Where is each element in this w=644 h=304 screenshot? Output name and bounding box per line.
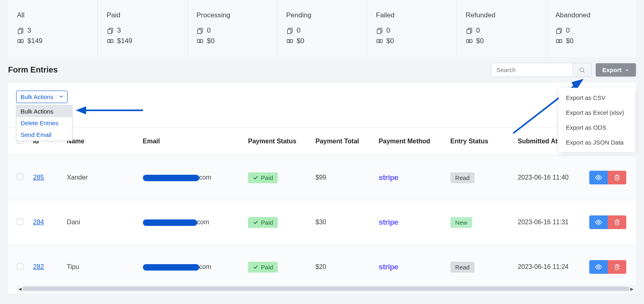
svg-line-29: [583, 71, 584, 72]
cash-icon: [17, 37, 24, 45]
entry-id-link[interactable]: 282: [33, 263, 44, 270]
entry-id-link[interactable]: 285: [33, 174, 44, 181]
entry-email: com: [139, 200, 244, 245]
delete-button[interactable]: [608, 171, 626, 184]
row-checkbox[interactable]: [17, 218, 23, 225]
copy-icon: [555, 27, 563, 34]
svg-point-32: [598, 266, 600, 268]
status-card-title: Processing: [196, 11, 268, 19]
entries-table-wrap[interactable]: Id Name Email Payment Status Payment Tot…: [8, 127, 636, 289]
status-card-title: Paid: [107, 11, 178, 19]
entry-status-badge: Read: [450, 262, 475, 273]
row-checkbox[interactable]: [17, 263, 23, 269]
status-card-pending[interactable]: Pending 0 $0: [277, 0, 367, 57]
status-card-amount-line: $149: [17, 37, 89, 45]
page-title: Form Entries: [8, 65, 58, 74]
copy-icon: [376, 27, 383, 34]
view-button[interactable]: [589, 260, 608, 274]
svg-point-19: [379, 40, 380, 42]
bulk-option-delete-entries[interactable]: Delete Entries: [17, 117, 72, 129]
cash-icon: [196, 37, 204, 45]
status-card-paid[interactable]: Paid 3 $149: [98, 0, 188, 57]
payment-total: $30: [312, 200, 375, 245]
svg-point-11: [199, 40, 201, 42]
export-button-label: Export: [602, 66, 621, 73]
row-checkbox[interactable]: [17, 174, 23, 180]
status-card-amount: $149: [27, 37, 43, 45]
search-icon: [579, 67, 585, 73]
submitted-at: 2023-06-16 11:24: [514, 245, 585, 290]
row-actions: [589, 171, 632, 184]
redacted-email: [143, 219, 197, 226]
view-button[interactable]: [589, 171, 608, 184]
export-option-excel[interactable]: Export as Excel (xlsv): [559, 105, 635, 120]
status-card-row: All 3 $149 Paid 3 $149 Processing 0 $0 P…: [8, 0, 636, 57]
svg-rect-1: [18, 29, 22, 34]
table-row: 285 Xander com Paid $99 stripe Read 202: [8, 155, 636, 200]
bulk-actions-select[interactable]: Bulk Actions: [16, 91, 68, 103]
eye-icon: [595, 174, 602, 181]
search-box: [491, 63, 592, 77]
check-icon: [253, 175, 258, 180]
entry-id-link[interactable]: 284: [33, 219, 44, 225]
entry-name: Xander: [63, 155, 138, 200]
bulk-option-send-email[interactable]: Send Email: [17, 129, 72, 141]
cash-icon: [107, 37, 114, 45]
scroll-right-icon[interactable]: ▶: [629, 286, 635, 292]
check-icon: [253, 264, 258, 270]
bulk-option-bulk-actions[interactable]: Bulk Actions: [17, 105, 72, 117]
status-card-count-line: 3: [17, 27, 89, 35]
status-card-processing[interactable]: Processing 0 $0: [188, 0, 277, 57]
payment-total: $20: [312, 245, 375, 290]
entry-email: com: [139, 155, 244, 200]
svg-point-27: [558, 40, 560, 42]
svg-point-31: [598, 221, 600, 223]
svg-rect-17: [377, 29, 381, 34]
section-header: Form Entries Export: [0, 57, 644, 83]
copy-icon: [196, 27, 204, 34]
export-option-ods[interactable]: Export as ODS: [559, 120, 635, 135]
cash-icon: [376, 37, 383, 45]
row-actions: [589, 215, 632, 229]
status-card-title: All: [17, 11, 89, 19]
col-name: Name: [63, 128, 138, 155]
trash-icon: [614, 219, 620, 225]
status-card-refunded[interactable]: Refunded 0 $0: [457, 0, 547, 57]
col-email: Email: [139, 128, 244, 155]
entries-panel: Bulk Actions Bulk Actions Delete Entries…: [8, 83, 636, 293]
status-card-title: Refunded: [466, 11, 537, 19]
search-input[interactable]: [491, 63, 572, 77]
stripe-logo: stripe: [379, 218, 398, 226]
delete-button[interactable]: [608, 260, 626, 274]
entry-name: Dani: [63, 200, 138, 245]
svg-rect-21: [467, 29, 471, 34]
status-card-title: Pending: [286, 11, 358, 19]
view-button[interactable]: [589, 215, 608, 229]
status-card-failed[interactable]: Failed 0 $0: [367, 0, 457, 57]
export-option-json[interactable]: Export as JSON Data: [559, 135, 635, 150]
chevron-down-icon: [58, 93, 64, 100]
svg-point-28: [580, 68, 584, 71]
col-payment-method: Payment Method: [375, 128, 446, 155]
status-card-all[interactable]: All 3 $149: [8, 0, 98, 57]
copy-icon: [107, 27, 114, 34]
submitted-at: 2023-06-16 11:40: [514, 155, 585, 200]
svg-rect-13: [287, 29, 291, 34]
export-button[interactable]: Export: [596, 63, 636, 77]
cash-icon: [466, 37, 473, 45]
svg-point-7: [109, 40, 111, 42]
chevron-down-icon: [625, 68, 630, 72]
scroll-left-icon[interactable]: ◀: [17, 286, 23, 292]
col-payment-status: Payment Status: [244, 128, 312, 155]
bulk-actions-label: Bulk Actions: [21, 93, 54, 100]
delete-button[interactable]: [608, 215, 626, 229]
scrollbar-track[interactable]: [23, 287, 629, 291]
svg-rect-5: [108, 29, 111, 34]
status-card-abandoned[interactable]: Abandoned 0 $0: [547, 0, 636, 57]
search-button[interactable]: [572, 63, 591, 77]
export-option-csv[interactable]: Export as CSV: [559, 90, 635, 105]
entry-name: Tipu: [63, 245, 138, 290]
entry-email: com: [139, 245, 244, 290]
check-icon: [253, 219, 258, 225]
horizontal-scrollbar[interactable]: ◀ ▶: [17, 285, 635, 292]
